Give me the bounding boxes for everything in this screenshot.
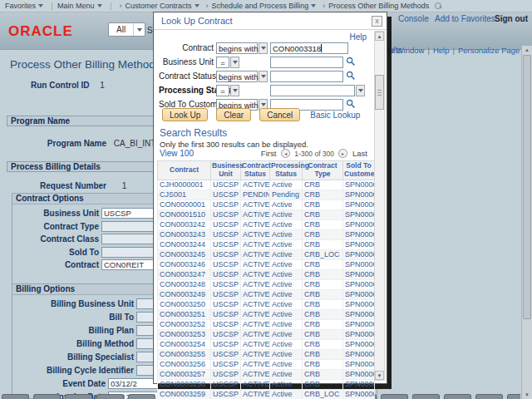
result-cell[interactable]: CON0003252: [158, 319, 211, 329]
operator-value[interactable]: =: [216, 85, 229, 96]
chevron-down-icon[interactable]: [230, 85, 239, 96]
result-cell[interactable]: ACTIVE: [241, 209, 270, 219]
result-cell[interactable]: ACTIVE: [241, 269, 270, 279]
chevron-down-icon[interactable]: [259, 71, 268, 82]
result-cell[interactable]: Active: [270, 180, 303, 190]
result-cell[interactable]: CRB: [303, 190, 343, 200]
column-header-sold-to-customer[interactable]: Sold To Customer: [343, 161, 375, 180]
result-cell[interactable]: USCSP: [211, 249, 241, 259]
result-cell[interactable]: Active: [270, 279, 303, 289]
result-row[interactable]: CON0003251USCSPACTIVEActiveCRBSPN0000040: [158, 309, 375, 319]
result-cell[interactable]: USCSP: [211, 229, 241, 239]
close-icon[interactable]: x: [372, 16, 382, 27]
result-cell[interactable]: ACTIVE: [241, 379, 270, 389]
result-cell[interactable]: CON0001510: [158, 209, 211, 219]
result-cell[interactable]: CON0003253: [158, 329, 211, 339]
result-cell[interactable]: CRB: [303, 309, 343, 319]
result-cell[interactable]: ACTIVE: [241, 200, 270, 209]
result-cell[interactable]: ACTIVE: [241, 289, 270, 299]
result-cell[interactable]: SPN0000006: [343, 200, 375, 209]
operator-value[interactable]: begins with: [216, 42, 258, 54]
result-cell[interactable]: CON0003250: [158, 299, 211, 309]
result-cell[interactable]: ACTIVE: [241, 219, 270, 229]
result-cell[interactable]: CRB: [303, 269, 343, 279]
result-row[interactable]: CON0003244USCSPACTIVEActiveCRBSPN0000809: [158, 239, 375, 249]
result-cell[interactable]: CRB: [303, 379, 343, 389]
result-cell[interactable]: USCSP: [211, 259, 241, 269]
criteria-select[interactable]: [270, 85, 355, 96]
result-cell[interactable]: USCSP: [211, 349, 241, 359]
result-cell[interactable]: Active: [270, 249, 303, 259]
result-cell[interactable]: SPN0000006: [343, 209, 375, 219]
result-cell[interactable]: ACTIVE: [241, 369, 270, 379]
result-cell[interactable]: Pending: [270, 190, 303, 200]
result-cell[interactable]: Active: [270, 349, 303, 359]
result-cell[interactable]: CRB: [303, 209, 343, 219]
result-row[interactable]: CON0003249USCSPACTIVEActiveCRBSPN0000040: [158, 289, 375, 299]
result-cell[interactable]: SPN0000622: [343, 359, 375, 369]
result-cell[interactable]: CON0003259: [158, 389, 211, 399]
result-cell[interactable]: ACTIVE: [241, 299, 270, 309]
result-cell[interactable]: SPN0000809: [343, 279, 375, 289]
result-cell[interactable]: CJH0000001: [158, 180, 211, 190]
result-cell[interactable]: CRB_LOC: [303, 249, 343, 259]
result-cell[interactable]: USCSP: [211, 389, 241, 399]
result-cell[interactable]: Active: [270, 289, 303, 299]
result-row[interactable]: CON0000001USCSPACTIVEActiveCRBSPN0000006: [158, 200, 375, 209]
dialog-scrollbar[interactable]: ▲ ▼: [374, 31, 385, 381]
chevron-down-icon[interactable]: [230, 57, 239, 68]
page-link-help[interactable]: Help: [433, 46, 450, 55]
result-cell[interactable]: USCSP: [211, 369, 241, 379]
result-cell[interactable]: Active: [270, 379, 303, 389]
criteria-input[interactable]: [270, 57, 343, 68]
scroll-down-icon[interactable]: ▼: [522, 391, 532, 399]
result-cell[interactable]: SPN0000809: [343, 379, 375, 389]
result-row[interactable]: CON0001510USCSPACTIVEActiveCRBSPN0000006: [158, 209, 375, 219]
result-cell[interactable]: ACTIVE: [241, 229, 270, 239]
result-cell[interactable]: CON0003246: [158, 259, 211, 269]
result-cell[interactable]: Active: [270, 359, 303, 369]
result-cell[interactable]: CON0003248: [158, 279, 211, 289]
result-cell[interactable]: Active: [270, 239, 303, 249]
result-cell[interactable]: Active: [270, 369, 303, 379]
result-cell[interactable]: USCSP: [211, 339, 241, 349]
result-cell[interactable]: CON0003256: [158, 359, 211, 369]
result-row[interactable]: CON0003256USCSPACTIVEActiveCRBSPN0000622: [158, 359, 375, 369]
clear-button[interactable]: Clear: [216, 108, 251, 121]
result-cell[interactable]: SPN0000636: [343, 369, 375, 379]
breadcrumb-item[interactable]: Schedule and Process Billing: [212, 2, 317, 10]
column-header-contract[interactable]: Contract: [158, 161, 211, 180]
result-cell[interactable]: ACTIVE: [241, 249, 270, 259]
result-cell[interactable]: CON0003249: [158, 289, 211, 299]
result-cell[interactable]: CON0003257: [158, 369, 211, 379]
chevron-down-icon[interactable]: [259, 42, 268, 54]
result-cell[interactable]: Active: [270, 339, 303, 349]
result-cell[interactable]: CON0003258: [158, 379, 211, 389]
result-cell[interactable]: Active: [270, 219, 303, 229]
result-cell[interactable]: SPN0000841: [343, 389, 375, 399]
result-cell[interactable]: CRB: [303, 229, 343, 239]
result-row[interactable]: CON0003252USCSPACTIVEActiveCRBSPN0000040: [158, 319, 375, 329]
result-cell[interactable]: CRB: [303, 329, 343, 339]
result-row[interactable]: CON0003243USCSPACTIVEActiveCRBSPN0000809: [158, 229, 375, 239]
magnifier-icon[interactable]: [346, 57, 356, 68]
result-cell[interactable]: SPN0000040: [343, 329, 375, 339]
result-cell[interactable]: USCSP: [211, 209, 241, 219]
result-cell[interactable]: SPN0000223: [343, 259, 375, 269]
result-cell[interactable]: CRB: [303, 319, 343, 329]
result-cell[interactable]: ACTIVE: [241, 239, 270, 249]
result-cell[interactable]: CON0003254: [158, 339, 211, 349]
basic-lookup-link[interactable]: Basic Lookup: [310, 111, 360, 120]
pager-last-label[interactable]: Last: [352, 149, 367, 158]
result-cell[interactable]: USCSP: [211, 219, 241, 229]
result-cell[interactable]: ACTIVE: [241, 279, 270, 289]
result-cell[interactable]: CRB: [303, 339, 343, 349]
result-cell[interactable]: SPN0000809: [343, 229, 375, 239]
result-cell[interactable]: USCSP: [211, 299, 241, 309]
result-cell[interactable]: SPN0000223: [343, 269, 375, 279]
dialog-scroll-up-icon[interactable]: ▲: [375, 32, 384, 41]
column-header-processing-status[interactable]: Processing Status: [270, 161, 303, 180]
result-cell[interactable]: SPN0000809: [343, 219, 375, 229]
result-cell[interactable]: SPN0000040: [343, 289, 375, 299]
result-cell[interactable]: CON0003251: [158, 309, 211, 319]
